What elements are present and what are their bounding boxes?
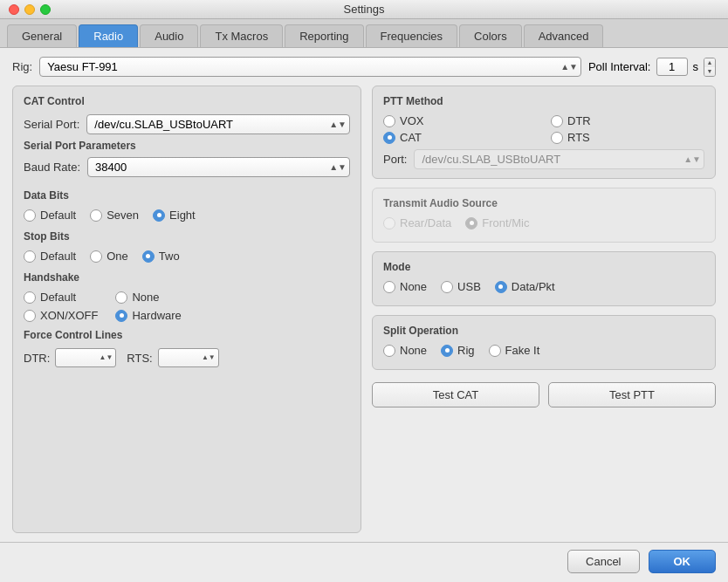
radio-stop-bits-two[interactable]: [142, 250, 155, 263]
data-bits-default[interactable]: Default: [24, 209, 76, 222]
ptt-dtr-label: DTR: [567, 114, 591, 127]
radio-split-rig[interactable]: [441, 345, 453, 357]
ptt-method-title: PTT Method: [383, 95, 704, 107]
radio-transmit-rear: [383, 217, 395, 229]
radio-mode-usb[interactable]: [441, 281, 453, 293]
cancel-button[interactable]: Cancel: [567, 550, 639, 573]
radio-ptt-dtr[interactable]: [551, 115, 563, 127]
split-rig-label: Rig: [457, 344, 475, 357]
transmit-audio-section: Transmit Audio Source Rear/Data Front/Mi…: [372, 188, 716, 243]
serial-params-title: Serial Port Parameters: [24, 140, 350, 152]
radio-ptt-rts[interactable]: [551, 132, 563, 144]
stepper-down[interactable]: ▼: [704, 67, 715, 76]
tab-tx-macros[interactable]: Tx Macros: [200, 24, 283, 47]
split-fake-it[interactable]: Fake It: [489, 344, 540, 357]
handshake-hardware[interactable]: Hardware: [115, 309, 181, 322]
minimize-button[interactable]: [24, 4, 35, 15]
poll-interval-label: Poll Interval:: [588, 60, 651, 73]
ptt-cat-label: CAT: [400, 131, 422, 144]
data-bits-seven[interactable]: Seven: [90, 209, 139, 222]
maximize-button[interactable]: [40, 4, 51, 15]
dtr-select[interactable]: [55, 348, 116, 367]
rts-select[interactable]: [158, 348, 219, 367]
test-ptt-button[interactable]: Test PTT: [548, 382, 716, 407]
tab-reporting[interactable]: Reporting: [285, 24, 363, 47]
mode-none[interactable]: None: [383, 280, 427, 293]
baud-rate-select[interactable]: 38400: [87, 157, 350, 177]
force-control-row: DTR: ▲▼ RTS:: [24, 348, 350, 367]
radio-ptt-vox[interactable]: [383, 115, 395, 127]
traffic-lights[interactable]: [9, 4, 51, 15]
tab-colors[interactable]: Colors: [459, 24, 522, 47]
radio-mode-data-pkt[interactable]: [495, 281, 507, 293]
ok-button[interactable]: OK: [649, 550, 717, 573]
stop-bits-one[interactable]: One: [90, 250, 128, 263]
radio-handshake-none[interactable]: [115, 291, 127, 304]
rts-label: RTS:: [127, 352, 152, 365]
handshake-xon-label: XON/XOFF: [40, 309, 98, 322]
handshake-none-label: None: [132, 291, 159, 304]
ptt-dtr[interactable]: DTR: [551, 114, 704, 127]
split-operation-section: Split Operation None Rig Fake It: [372, 315, 716, 370]
transmit-audio-title: Transmit Audio Source: [383, 197, 704, 209]
two-column-layout: CAT Control Serial Port: /dev/cu.SLAB_US…: [12, 86, 716, 533]
radio-ptt-cat[interactable]: [383, 132, 395, 144]
radio-data-bits-seven[interactable]: [90, 209, 102, 222]
handshake-xon[interactable]: XON/XOFF: [24, 309, 98, 322]
handshake-none[interactable]: None: [115, 291, 181, 304]
ptt-cat[interactable]: CAT: [383, 131, 537, 144]
poll-stepper[interactable]: ▲ ▼: [704, 58, 716, 77]
window-title: Settings: [344, 3, 385, 16]
split-rig[interactable]: Rig: [441, 344, 475, 357]
tab-advanced[interactable]: Advanced: [524, 24, 604, 47]
split-operation-title: Split Operation: [383, 325, 704, 337]
mode-usb[interactable]: USB: [441, 280, 481, 293]
radio-handshake-hardware[interactable]: [115, 310, 127, 322]
serial-port-row: Serial Port: /dev/cu.SLAB_USBtoUART ▲▼: [24, 114, 350, 134]
radio-split-none[interactable]: [383, 345, 395, 357]
poll-row: Poll Interval: s ▲ ▼: [588, 58, 716, 77]
cat-control-title: CAT Control: [24, 95, 350, 107]
radio-handshake-xon[interactable]: [24, 310, 36, 322]
ptt-method-section: PTT Method VOX DTR CAT: [372, 86, 716, 179]
tab-radio[interactable]: Radio: [79, 24, 138, 47]
radio-handshake-default[interactable]: [24, 291, 36, 304]
stepper-up[interactable]: ▲: [704, 58, 715, 67]
split-none[interactable]: None: [383, 344, 427, 357]
tab-general[interactable]: General: [7, 24, 77, 47]
stop-bits-two[interactable]: Two: [142, 250, 180, 263]
radio-stop-bits-default[interactable]: [24, 250, 36, 263]
serial-port-select-wrapper: /dev/cu.SLAB_USBtoUART ▲▼: [86, 114, 350, 134]
ptt-port-row: Port: /dev/cu.SLAB_USBtoUART ▲▼: [383, 149, 704, 169]
handshake-default[interactable]: Default: [24, 291, 98, 304]
radio-split-fake-it[interactable]: [489, 345, 501, 357]
transmit-rear: Rear/Data: [383, 216, 451, 229]
close-button[interactable]: [9, 4, 19, 15]
stop-bits-default[interactable]: Default: [24, 250, 76, 263]
split-fake-it-label: Fake It: [505, 344, 540, 357]
tab-frequencies[interactable]: Frequencies: [366, 24, 458, 47]
rts-item: RTS: ▲▼: [127, 348, 218, 367]
radio-stop-bits-one[interactable]: [90, 250, 102, 263]
ptt-vox[interactable]: VOX: [383, 114, 537, 127]
test-cat-button[interactable]: Test CAT: [372, 382, 539, 407]
mode-usb-label: USB: [457, 280, 481, 293]
radio-data-bits-eight[interactable]: [153, 209, 165, 222]
rig-label: Rig:: [12, 60, 32, 73]
poll-unit: s: [693, 60, 699, 73]
mode-data-pkt[interactable]: Data/Pkt: [495, 280, 555, 293]
data-bits-default-label: Default: [40, 209, 76, 222]
test-buttons-row: Test CAT Test PTT: [372, 382, 716, 407]
serial-port-select[interactable]: /dev/cu.SLAB_USBtoUART: [86, 114, 350, 134]
radio-mode-none[interactable]: [383, 281, 395, 293]
data-bits-eight[interactable]: Eight: [153, 209, 196, 222]
tab-audio[interactable]: Audio: [140, 24, 198, 47]
ptt-rts[interactable]: RTS: [551, 131, 704, 144]
ptt-port-select[interactable]: /dev/cu.SLAB_USBtoUART: [414, 149, 704, 169]
baud-rate-row: Baud Rate: 38400 ▲▼: [24, 157, 350, 177]
transmit-audio-group: Rear/Data Front/Mic: [383, 216, 704, 229]
rig-select[interactable]: Yaesu FT-991: [39, 57, 581, 77]
poll-interval-input[interactable]: [656, 58, 688, 76]
radio-transmit-front: [465, 217, 477, 229]
radio-data-bits-default[interactable]: [24, 209, 36, 222]
